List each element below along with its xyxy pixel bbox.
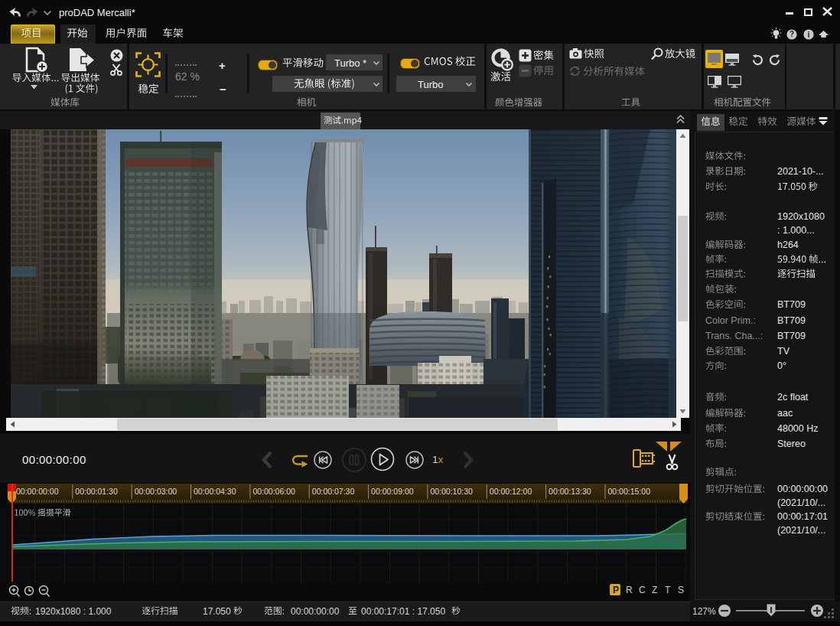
svg-text:00:00:13:30: 00:00:13:30: [549, 487, 591, 496]
svg-text:?: ?: [790, 30, 794, 38]
svg-text:i: i: [808, 30, 810, 39]
svg-text:00:00:04:30: 00:00:04:30: [194, 487, 236, 496]
svg-text:00:00:15:00: 00:00:15:00: [608, 487, 651, 496]
svg-text:00:00:01:30: 00:00:01:30: [75, 487, 118, 496]
svg-text:00:00:10:30: 00:00:10:30: [430, 487, 473, 496]
svg-text:00:00:06:00: 00:00:06:00: [252, 487, 295, 496]
svg-text:00:00:00:00: 00:00:00:00: [16, 487, 59, 496]
svg-text:00:00:03:00: 00:00:03:00: [135, 487, 177, 496]
svg-text:00:00:09:00: 00:00:09:00: [371, 487, 414, 496]
svg-text:00:00:07:30: 00:00:07:30: [312, 487, 355, 496]
svg-text:00:00:12:00: 00:00:12:00: [490, 487, 532, 496]
